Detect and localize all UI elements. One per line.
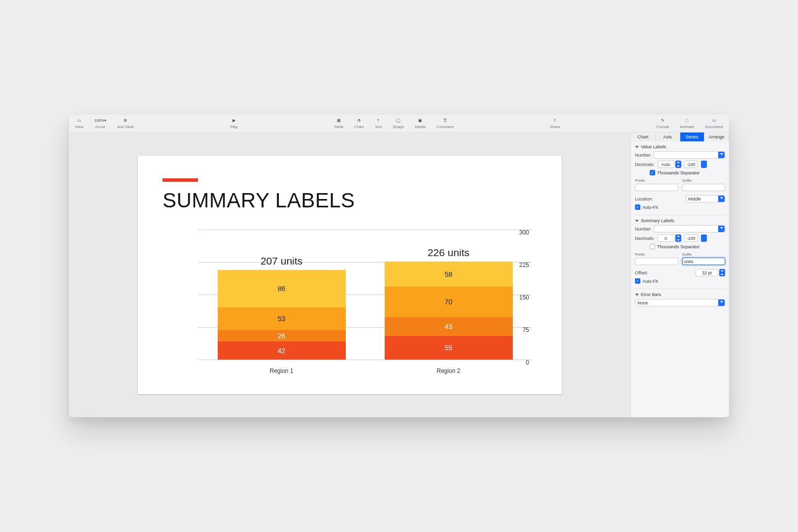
animate-icon: ◌ bbox=[685, 117, 689, 124]
share-button[interactable]: ⇪Share bbox=[550, 117, 560, 129]
media-icon: ▣ bbox=[418, 117, 422, 124]
comment-button[interactable]: ☰Comment bbox=[436, 117, 454, 129]
vl-suffix-label: Suffix bbox=[682, 178, 726, 183]
tab-chart[interactable]: Chart bbox=[631, 133, 656, 141]
add-slide-label: Add Slide bbox=[117, 125, 134, 129]
format-mode-button[interactable]: ✎Format bbox=[657, 117, 669, 129]
zoom-button[interactable]: 100% ▾ Zoom bbox=[94, 117, 106, 129]
canvas[interactable]: SUMMARY LABELS 075150225300207 units4226… bbox=[69, 133, 631, 417]
sl-decimals-stepper[interactable]: 0 bbox=[658, 234, 681, 242]
sidebar-icon: ▭ bbox=[77, 117, 81, 124]
vl-prefix-label: Prefix bbox=[635, 178, 678, 183]
sl-number-label: Number bbox=[635, 227, 651, 232]
vl-number-label: Number bbox=[635, 153, 651, 158]
vl-autofit-checkbox[interactable]: Auto-Fit bbox=[635, 204, 658, 210]
checkbox-icon bbox=[635, 278, 640, 284]
bar-column[interactable]: 226 units55437058 bbox=[385, 247, 513, 360]
vl-location-label: Location: bbox=[635, 197, 653, 201]
gridline bbox=[198, 360, 532, 360]
shape-icon: ◯ bbox=[396, 117, 400, 124]
summary-labels-header[interactable]: Summary Labels bbox=[635, 218, 725, 223]
checkbox-icon bbox=[650, 170, 655, 175]
bar-segment[interactable]: 42 bbox=[218, 341, 346, 360]
error-bars-popup[interactable]: None bbox=[635, 299, 725, 306]
vl-decimals-stepper[interactable]: Auto bbox=[658, 161, 681, 168]
tab-axis[interactable]: Axis bbox=[656, 133, 680, 141]
tab-series[interactable]: Series bbox=[680, 133, 705, 141]
x-tick-label: Region 2 bbox=[385, 367, 513, 374]
bar-column[interactable]: 207 units42265386 bbox=[218, 255, 346, 360]
shape-button[interactable]: ◯Shape bbox=[393, 117, 404, 129]
text-button[interactable]: TText bbox=[375, 117, 382, 129]
vl-mult-arrows[interactable] bbox=[701, 161, 707, 168]
summary-label: 207 units bbox=[261, 255, 302, 267]
media-button[interactable]: ▣Media bbox=[415, 117, 426, 129]
format-icon: ✎ bbox=[661, 117, 665, 124]
error-bars-header[interactable]: Error Bars bbox=[635, 292, 725, 297]
play-label: Play bbox=[230, 125, 238, 129]
sl-offset-label: Offset: bbox=[635, 270, 648, 275]
chevron-down-icon bbox=[635, 146, 639, 148]
bar-segment[interactable]: 43 bbox=[385, 317, 513, 336]
zoom-icon: 100% ▾ bbox=[94, 117, 106, 124]
vl-prefix-input[interactable] bbox=[635, 184, 678, 191]
animate-mode-button[interactable]: ◌Animate bbox=[680, 117, 694, 129]
text-icon: T bbox=[377, 117, 380, 124]
sl-decimals-label: Decimals: bbox=[635, 236, 655, 241]
bar-segment[interactable]: 58 bbox=[385, 262, 513, 287]
sl-prefix-input[interactable] bbox=[635, 258, 678, 265]
vl-location-popup[interactable]: Middle bbox=[686, 195, 725, 202]
play-button[interactable]: ▶ Play bbox=[230, 117, 238, 129]
sl-mult-arrows[interactable] bbox=[701, 234, 707, 242]
comment-icon: ☰ bbox=[443, 117, 447, 124]
share-icon: ⇪ bbox=[553, 117, 557, 124]
vl-decimals-label: Decimals: bbox=[635, 162, 655, 167]
checkbox-icon bbox=[635, 204, 640, 210]
table-button[interactable]: ▦Table bbox=[334, 117, 343, 129]
app-window: ▭ View 100% ▾ Zoom ⊞ Add Slide ▶ Play ▦T… bbox=[69, 115, 729, 417]
sl-prefix-label: Prefix bbox=[635, 252, 678, 257]
sl-autofit-checkbox[interactable]: Auto-Fit bbox=[635, 278, 658, 284]
value-labels-header[interactable]: Value Labels bbox=[635, 144, 725, 149]
y-tick-label: 0 bbox=[526, 359, 529, 366]
chart-button[interactable]: ◔Chart bbox=[354, 117, 364, 129]
tab-arrange[interactable]: Arrange bbox=[704, 133, 729, 141]
sl-offset-stepper[interactable]: 32 pt bbox=[696, 269, 725, 276]
inspector-tabs: Chart Axis Series Arrange bbox=[631, 133, 729, 141]
bar-segment[interactable]: 55 bbox=[385, 336, 513, 360]
vl-multiplier[interactable]: -100 bbox=[684, 161, 698, 168]
slide-title: SUMMARY LABELS bbox=[163, 189, 537, 212]
vl-thousands-checkbox[interactable]: Thousands Separator bbox=[650, 170, 700, 175]
table-icon: ▦ bbox=[337, 117, 341, 124]
chevron-down-icon bbox=[635, 220, 639, 222]
summary-label: 226 units bbox=[428, 247, 469, 259]
zoom-label: Zoom bbox=[95, 125, 105, 129]
add-slide-button[interactable]: ⊞ Add Slide bbox=[117, 117, 134, 129]
sl-suffix-input[interactable]: units bbox=[682, 258, 726, 265]
sl-multiplier[interactable]: -100 bbox=[684, 234, 698, 242]
toolbar: ▭ View 100% ▾ Zoom ⊞ Add Slide ▶ Play ▦T… bbox=[69, 115, 729, 133]
inspector: Chart Axis Series Arrange Value Labels N… bbox=[631, 133, 729, 417]
checkbox-icon bbox=[650, 244, 655, 249]
slide[interactable]: SUMMARY LABELS 075150225300207 units4226… bbox=[138, 156, 562, 394]
play-icon: ▶ bbox=[233, 117, 235, 124]
x-tick-label: Region 1 bbox=[218, 367, 346, 374]
bar-segment[interactable]: 86 bbox=[218, 270, 346, 307]
chevron-down-icon bbox=[635, 294, 639, 296]
bar-segment[interactable]: 53 bbox=[218, 307, 346, 331]
document-mode-button[interactable]: ▭Document bbox=[705, 117, 723, 129]
content: SUMMARY LABELS 075150225300207 units4226… bbox=[69, 133, 729, 417]
vl-suffix-input[interactable] bbox=[682, 184, 726, 191]
chart[interactable]: 075150225300207 units42265386226 units55… bbox=[181, 230, 532, 379]
plus-icon: ⊞ bbox=[124, 117, 127, 124]
view-label: View bbox=[75, 125, 83, 129]
view-button[interactable]: ▭ View bbox=[75, 117, 83, 129]
bar-segment[interactable]: 26 bbox=[218, 330, 346, 341]
sl-thousands-checkbox[interactable]: Thousands Separator bbox=[650, 244, 700, 249]
sl-number-popup[interactable] bbox=[654, 225, 725, 233]
vl-number-popup[interactable] bbox=[654, 151, 725, 159]
accent-bar bbox=[163, 178, 198, 182]
bar-segment[interactable]: 70 bbox=[385, 287, 513, 317]
chart-icon: ◔ bbox=[357, 117, 361, 124]
sl-suffix-label: Suffix bbox=[682, 252, 726, 257]
